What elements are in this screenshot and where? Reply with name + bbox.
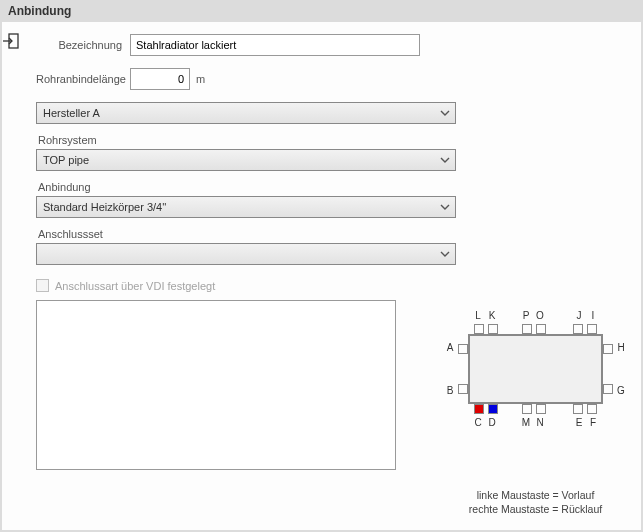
enter-icon	[2, 32, 20, 50]
label-H: H	[615, 342, 627, 353]
conn-E[interactable]	[573, 404, 583, 414]
conn-M[interactable]	[522, 404, 532, 414]
conn-D[interactable]	[488, 404, 498, 414]
conn-A[interactable]	[458, 344, 468, 354]
label-A: A	[444, 342, 456, 353]
anbindung-combo[interactable]: Standard Heizkörper 3/4''	[36, 196, 456, 218]
conn-L[interactable]	[474, 324, 484, 334]
bezeichnung-label: Bezeichnung	[36, 39, 130, 51]
rohrsystem-label: Rohrsystem	[36, 134, 449, 146]
panel-title: Anbindung	[0, 0, 643, 22]
rohrsystem-combo[interactable]: TOP pipe	[36, 149, 456, 171]
conn-H[interactable]	[603, 344, 613, 354]
conn-B[interactable]	[458, 384, 468, 394]
chevron-down-icon	[439, 248, 451, 260]
hint-vorlauf: linke Maustaste = Vorlauf	[448, 488, 623, 502]
rohranbind-input[interactable]	[130, 68, 190, 90]
label-B: B	[444, 385, 456, 396]
hersteller-value: Hersteller A	[43, 107, 100, 119]
label-D: D	[486, 417, 498, 428]
conn-G[interactable]	[603, 384, 613, 394]
conn-N[interactable]	[536, 404, 546, 414]
hint-ruecklauf: rechte Maustaste = Rücklauf	[448, 502, 623, 516]
conn-F[interactable]	[587, 404, 597, 414]
anschlussset-label: Anschlussset	[36, 228, 449, 240]
chevron-down-icon	[439, 107, 451, 119]
label-I: I	[587, 310, 599, 321]
label-K: K	[486, 310, 498, 321]
chevron-down-icon	[439, 201, 451, 213]
vdi-checkbox-label: Anschlussart über VDI festgelegt	[55, 280, 215, 292]
content-panel: Bezeichnung Rohranbindelänge m Herstelle…	[2, 22, 641, 530]
label-F: F	[587, 417, 599, 428]
rohranbind-label: Rohranbindelänge	[36, 73, 130, 85]
conn-J[interactable]	[573, 324, 583, 334]
label-M: M	[520, 417, 532, 428]
conn-I[interactable]	[587, 324, 597, 334]
label-P: P	[520, 310, 532, 321]
conn-O[interactable]	[536, 324, 546, 334]
label-L: L	[472, 310, 484, 321]
label-N: N	[534, 417, 546, 428]
preview-box	[36, 300, 396, 470]
label-E: E	[573, 417, 585, 428]
conn-C[interactable]	[474, 404, 484, 414]
mouse-hint: linke Maustaste = Vorlauf rechte Maustas…	[448, 488, 623, 516]
label-J: J	[573, 310, 585, 321]
radiator-diagram: L K P O J I A B H G C D M N E F linke Ma…	[448, 324, 623, 516]
label-G: G	[615, 385, 627, 396]
chevron-down-icon	[439, 154, 451, 166]
rohranbind-unit: m	[196, 73, 205, 85]
anbindung-label: Anbindung	[36, 181, 449, 193]
label-O: O	[534, 310, 546, 321]
vdi-checkbox[interactable]	[36, 279, 49, 292]
hersteller-combo[interactable]: Hersteller A	[36, 102, 456, 124]
bezeichnung-input[interactable]	[130, 34, 420, 56]
vdi-checkbox-row: Anschlussart über VDI festgelegt	[36, 279, 449, 292]
anbindung-value: Standard Heizkörper 3/4''	[43, 201, 166, 213]
label-C: C	[472, 417, 484, 428]
rohrsystem-value: TOP pipe	[43, 154, 89, 166]
anschlussset-combo[interactable]	[36, 243, 456, 265]
conn-K[interactable]	[488, 324, 498, 334]
radiator-body: L K P O J I A B H G C D M N E F	[468, 334, 603, 404]
conn-P[interactable]	[522, 324, 532, 334]
